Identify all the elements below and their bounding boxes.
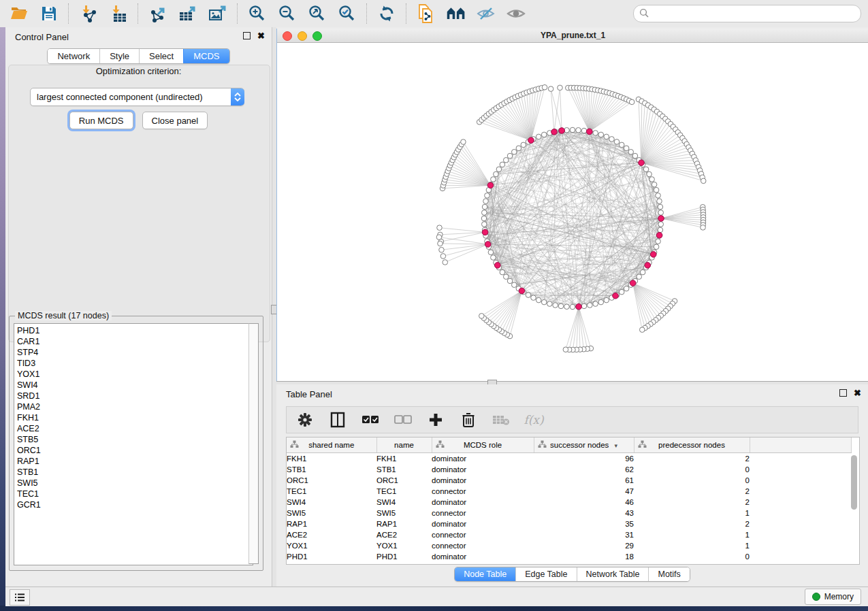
network-node[interactable] bbox=[541, 132, 547, 137]
mcds-hub-node[interactable] bbox=[613, 293, 619, 299]
network-node[interactable] bbox=[658, 204, 663, 210]
mcds-result-item[interactable]: PHD1 bbox=[17, 325, 253, 336]
add-icon[interactable] bbox=[427, 411, 445, 429]
network-node[interactable] bbox=[479, 314, 485, 319]
close-panel-button[interactable]: Close panel bbox=[142, 112, 208, 129]
network-node[interactable] bbox=[564, 304, 570, 310]
network-node[interactable] bbox=[507, 153, 513, 159]
table-row[interactable]: PHD1PHD1dominator180 bbox=[287, 551, 851, 562]
column-header[interactable]: MCDS role bbox=[432, 437, 534, 453]
network-node[interactable] bbox=[494, 171, 499, 177]
network-node[interactable] bbox=[443, 260, 448, 265]
network-node[interactable] bbox=[570, 304, 575, 310]
mcds-result-item[interactable]: TID3 bbox=[17, 358, 253, 369]
network-node[interactable] bbox=[511, 149, 517, 154]
network-node[interactable] bbox=[581, 128, 587, 133]
column-header[interactable]: successor nodes▾ bbox=[534, 437, 634, 453]
network-node[interactable] bbox=[593, 301, 598, 307]
network-node[interactable] bbox=[619, 289, 624, 295]
network-node[interactable] bbox=[488, 250, 494, 255]
network-node[interactable] bbox=[437, 225, 443, 231]
table-row[interactable]: SWI5SWI5connector431 bbox=[287, 508, 851, 518]
network-node[interactable] bbox=[576, 127, 581, 133]
network-node[interactable] bbox=[531, 295, 536, 301]
network-node[interactable] bbox=[588, 303, 593, 308]
network-node[interactable] bbox=[500, 162, 505, 167]
network-node[interactable] bbox=[632, 153, 638, 159]
mcds-result-item[interactable]: STP4 bbox=[17, 347, 253, 358]
network-node[interactable] bbox=[503, 274, 509, 280]
table-row[interactable]: FKH1FKH1dominator962 bbox=[287, 453, 851, 465]
export-table-icon[interactable] bbox=[178, 3, 198, 24]
table-row[interactable]: RAP1RAP1dominator352 bbox=[287, 518, 851, 529]
network-node[interactable] bbox=[598, 299, 604, 305]
network-node[interactable] bbox=[657, 199, 662, 204]
network-node[interactable] bbox=[438, 241, 443, 246]
network-node[interactable] bbox=[628, 149, 634, 154]
first-neighbors-icon[interactable] bbox=[446, 3, 466, 24]
network-node[interactable] bbox=[542, 85, 547, 90]
mcds-result-list[interactable]: PHD1CAR1STP4TID3YOX1SWI4SRD1PMA2FKH1ACE2… bbox=[14, 323, 253, 565]
network-node[interactable] bbox=[511, 282, 517, 288]
mcds-hub-node[interactable] bbox=[485, 242, 491, 248]
mcds-hub-node[interactable] bbox=[487, 182, 494, 188]
mcds-result-item[interactable]: STB5 bbox=[17, 434, 253, 445]
table-row[interactable]: SWI4SWI4dominator462 bbox=[287, 497, 851, 508]
mcds-hub-node[interactable] bbox=[656, 233, 662, 239]
network-node[interactable] bbox=[536, 297, 541, 303]
network-node[interactable] bbox=[640, 269, 645, 275]
network-node[interactable] bbox=[439, 247, 445, 252]
mcds-hub-node[interactable] bbox=[658, 216, 664, 222]
delete-trash-icon[interactable] bbox=[460, 411, 477, 429]
mcds-hub-node[interactable] bbox=[587, 129, 593, 135]
select-all-icon[interactable] bbox=[361, 411, 379, 429]
network-canvas[interactable] bbox=[277, 43, 868, 381]
mcds-result-item[interactable]: SWI4 bbox=[17, 380, 253, 391]
table-scrollbar-thumb[interactable] bbox=[851, 455, 857, 510]
network-node[interactable] bbox=[619, 142, 624, 148]
export-network-icon[interactable] bbox=[148, 3, 168, 24]
network-node[interactable] bbox=[516, 146, 521, 151]
network-node[interactable] bbox=[500, 269, 505, 275]
mcds-result-item[interactable]: TEC1 bbox=[17, 489, 253, 499]
optimization-criterion-select[interactable]: largest connected component (undirected) bbox=[30, 88, 244, 106]
node-table[interactable]: shared namenameMCDS rolesuccessor nodes▾… bbox=[286, 437, 860, 565]
close-panel-icon[interactable]: ✖ bbox=[257, 33, 265, 39]
network-node[interactable] bbox=[507, 278, 513, 284]
zoom-fit-icon[interactable] bbox=[307, 3, 327, 24]
network-node[interactable] bbox=[701, 178, 706, 184]
network-node[interactable] bbox=[656, 193, 661, 199]
network-node[interactable] bbox=[436, 235, 442, 240]
mcds-result-item[interactable]: SRD1 bbox=[17, 391, 253, 401]
network-node[interactable] bbox=[547, 301, 553, 307]
network-node[interactable] bbox=[656, 239, 661, 244]
tab-network[interactable]: Network bbox=[48, 49, 99, 63]
network-node[interactable] bbox=[624, 146, 629, 151]
network-node[interactable] bbox=[649, 177, 655, 182]
network-node[interactable] bbox=[461, 139, 466, 145]
zoom-out-icon[interactable] bbox=[277, 3, 298, 24]
network-node[interactable] bbox=[639, 327, 645, 333]
mcds-result-item[interactable]: STB1 bbox=[17, 467, 253, 478]
network-node[interactable] bbox=[563, 347, 568, 352]
memory-button[interactable]: Memory bbox=[805, 589, 861, 605]
network-node[interactable] bbox=[637, 274, 642, 280]
deselect-all-icon[interactable] bbox=[394, 411, 412, 429]
tab-motifs[interactable]: Motifs bbox=[648, 567, 689, 581]
network-node[interactable] bbox=[553, 303, 558, 308]
open-session-icon[interactable] bbox=[9, 3, 29, 24]
close-window-icon[interactable] bbox=[283, 31, 292, 41]
network-node[interactable] bbox=[481, 210, 487, 216]
mcds-hub-node[interactable] bbox=[576, 303, 582, 310]
network-node[interactable] bbox=[503, 157, 509, 163]
import-network-icon[interactable] bbox=[78, 3, 99, 24]
network-node[interactable] bbox=[609, 137, 615, 142]
network-node[interactable] bbox=[496, 167, 502, 172]
network-node[interactable] bbox=[658, 210, 664, 216]
refresh-icon[interactable] bbox=[376, 3, 397, 24]
column-header[interactable]: predecessor nodes bbox=[634, 437, 750, 453]
zoom-in-icon[interactable] bbox=[247, 3, 268, 24]
mcds-result-item[interactable]: GCR1 bbox=[17, 499, 253, 510]
network-window-titlebar[interactable]: YPA_prune.txt_1 bbox=[277, 29, 868, 43]
show-all-icon[interactable] bbox=[506, 3, 526, 24]
